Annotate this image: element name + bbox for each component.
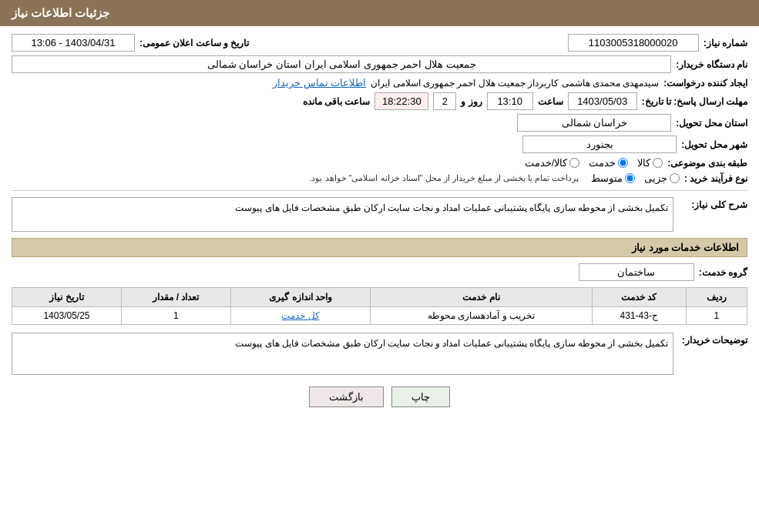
category-khedmat-radio[interactable] <box>618 158 628 168</box>
deadline-time-label: ساعت <box>538 96 563 107</box>
need-number-row: شماره نیاز: 1103005318000020 تاریخ و ساع… <box>12 34 747 52</box>
category-label: طبقه بندی موضوعی: <box>667 158 747 169</box>
description-row: شرح کلی نیاز: تکمیل بخشی از محوطه سازی پ… <box>12 197 747 232</box>
cell-date: 1403/05/25 <box>12 307 122 325</box>
date-value: 1403/04/31 - 13:06 <box>12 34 135 52</box>
province-label: استان محل تحویل: <box>676 118 747 129</box>
category-kala-khedmat-label: کالا/خدمت <box>525 157 568 169</box>
buyer-desc-value: تکمیل بخشی از محوطه سازی پایگاه پشتیبانی… <box>12 333 673 375</box>
buyer-desc-label: توضیحات خریدار: <box>678 333 747 346</box>
deadline-remaining-label: ساعت باقی مانده <box>303 96 371 107</box>
service-group-label: گروه خدمت: <box>699 267 747 278</box>
process-motavasset-radio[interactable] <box>625 173 635 183</box>
process-jozi-label: جزیی <box>644 172 667 184</box>
deadline-days: 2 <box>433 92 456 110</box>
service-group-row: گروه خدمت: ساختمان <box>12 263 747 281</box>
deadline-row: مهلت ارسال پاسخ: تا تاریخ: 1403/05/03 سا… <box>12 92 747 110</box>
description-value: تکمیل بخشی از محوطه سازی پایگاه پشتیبانی… <box>12 197 673 232</box>
creator-row: ایجاد کننده درخواست: سیدمهدی محمدی هاشمی… <box>12 77 747 89</box>
page-wrapper: جزئیات اطلاعات نیاز شماره نیاز: 11030053… <box>0 0 759 532</box>
process-radio-group: جزیی متوسط <box>591 172 680 184</box>
category-khedmat: خدمت <box>589 157 628 169</box>
creator-label: ایجاد کننده درخواست: <box>663 78 747 89</box>
need-number-label: شماره نیاز: <box>704 38 747 49</box>
back-button[interactable]: بازگشت <box>309 386 384 407</box>
deadline-time: 13:10 <box>487 92 533 110</box>
category-khedmat-label: خدمت <box>589 157 616 169</box>
col-quantity: تعداد / مقدار <box>121 288 230 307</box>
category-radio-group: کالا خدمت کالا/خدمت <box>525 157 663 169</box>
need-number-value: 1103005318000020 <box>568 34 699 52</box>
process-motavasset: متوسط <box>591 172 635 184</box>
category-kala-khedmat-radio[interactable] <box>569 158 579 168</box>
buyer-org-value: جمعیت هلال احمر جمهوری اسلامی ایران استا… <box>12 55 671 73</box>
cell-row-num: 1 <box>686 307 747 325</box>
process-jozi-radio[interactable] <box>670 173 680 183</box>
category-kala-radio[interactable] <box>653 158 663 168</box>
process-row: نوع فرآیند خرید : جزیی متوسط پرداخت تمام… <box>12 172 747 184</box>
city-value: بجنورد <box>522 136 677 153</box>
col-unit: واحد اندازه گیری <box>230 288 371 307</box>
service-group-value: ساختمان <box>579 263 694 281</box>
cell-service-name: تخریب و آمادهسازی محوطه <box>371 307 592 325</box>
buyer-desc-row: توضیحات خریدار: تکمیل بخشی از محوطه سازی… <box>12 333 747 375</box>
print-button[interactable]: چاپ <box>391 386 450 407</box>
cell-service-code: ج-43-431 <box>592 307 686 325</box>
page-header: جزئیات اطلاعات نیاز <box>0 0 759 26</box>
col-service-name: نام خدمت <box>371 288 592 307</box>
services-table: ردیف کد خدمت نام خدمت واحد اندازه گیری ت… <box>12 287 747 325</box>
category-kala: کالا <box>637 157 663 169</box>
cell-quantity: 1 <box>121 307 230 325</box>
process-motavasset-label: متوسط <box>591 172 623 184</box>
category-row: طبقه بندی موضوعی: کالا خدمت کالا/خدمت <box>12 157 747 169</box>
creator-link[interactable]: اطلاعات تماس خریدار <box>273 77 366 89</box>
page-title: جزئیات اطلاعات نیاز <box>12 6 109 19</box>
category-kala-khedmat: کالا/خدمت <box>525 157 580 169</box>
col-date: تاریخ نیاز <box>12 288 122 307</box>
main-content: شماره نیاز: 1103005318000020 تاریخ و ساع… <box>0 26 759 415</box>
province-row: استان محل تحویل: خراسان شمالی <box>12 114 747 132</box>
city-label: شهر محل تحویل: <box>681 139 747 150</box>
deadline-days-label: روز و <box>461 96 482 107</box>
cell-unit[interactable]: کل خدمت <box>230 307 371 325</box>
date-label: تاریخ و ساعت اعلان عمومی: <box>139 38 249 49</box>
divider-1 <box>12 190 747 191</box>
deadline-date: 1403/05/03 <box>568 92 637 110</box>
process-jozi: جزیی <box>644 172 680 184</box>
description-label: شرح کلی نیاز: <box>678 197 747 210</box>
col-row-num: ردیف <box>686 288 747 307</box>
process-note: پرداخت تمام یا بخشی از مبلغ خریدار از مح… <box>309 173 579 183</box>
deadline-label: مهلت ارسال پاسخ: تا تاریخ: <box>642 96 747 107</box>
deadline-remaining: 18:22:30 <box>374 92 428 110</box>
creator-name: سیدمهدی محمدی هاشمی کاربرداز جمعیت هلال … <box>371 78 659 89</box>
buyer-org-row: نام دستگاه خریدار: جمعیت هلال احمر جمهور… <box>12 55 747 73</box>
btn-row: چاپ بازگشت <box>12 386 747 407</box>
col-service-code: کد خدمت <box>592 288 686 307</box>
buyer-org-label: نام دستگاه خریدار: <box>676 59 747 70</box>
city-row: شهر محل تحویل: بجنورد <box>12 136 747 153</box>
table-row: 1 ج-43-431 تخریب و آمادهسازی محوطه کل خد… <box>12 307 747 325</box>
province-value: خراسان شمالی <box>517 114 671 132</box>
process-label: نوع فرآیند خرید : <box>684 173 747 184</box>
category-kala-label: کالا <box>637 157 650 169</box>
services-section-title: اطلاعات خدمات مورد نیاز <box>12 238 747 257</box>
